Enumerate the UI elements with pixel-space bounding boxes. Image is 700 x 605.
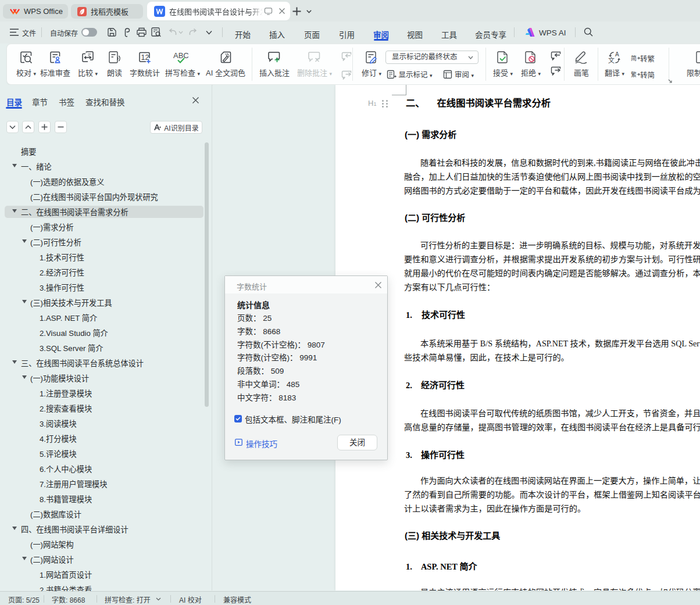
svg-text:A: A xyxy=(615,51,619,58)
svg-text:简: 简 xyxy=(631,55,637,62)
svg-text:12: 12 xyxy=(141,53,149,61)
svg-text:ABC: ABC xyxy=(173,51,189,60)
svg-text:繁: 繁 xyxy=(631,71,637,78)
svg-text:文: 文 xyxy=(608,56,615,64)
